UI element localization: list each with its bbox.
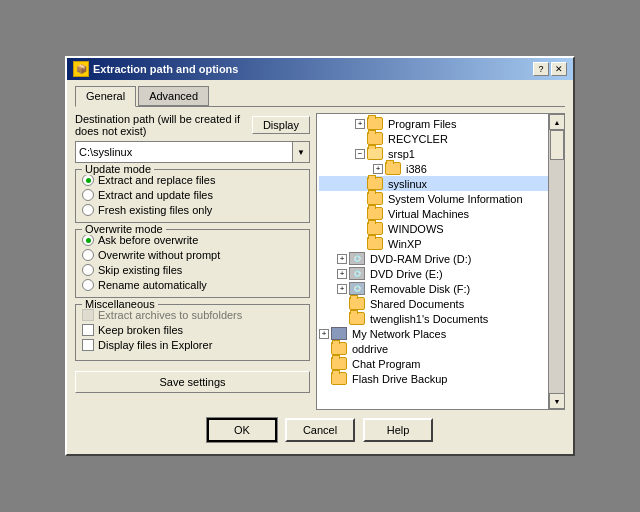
radio-without-prompt[interactable]: Overwrite without prompt <box>82 249 303 261</box>
tree-item[interactable]: +💿Removable Disk (F:) <box>319 281 562 296</box>
tree-expander[interactable]: + <box>337 254 347 264</box>
tree-item[interactable]: Virtual Machines <box>319 206 562 221</box>
close-title-btn[interactable]: ✕ <box>551 62 567 76</box>
help-title-btn[interactable]: ? <box>533 62 549 76</box>
tree-item[interactable]: +💿DVD Drive (E:) <box>319 266 562 281</box>
scroll-thumb[interactable] <box>550 130 564 160</box>
title-bar: 📦 Extraction path and options ? ✕ <box>67 58 573 80</box>
title-buttons: ? ✕ <box>533 62 567 76</box>
tree-expander[interactable]: − <box>355 149 365 159</box>
checkbox-keep-broken[interactable]: Keep broken files <box>82 324 303 336</box>
overwrite-mode-group: Overwrite mode Ask before overwrite Over… <box>75 229 310 298</box>
save-settings-button[interactable]: Save settings <box>75 371 310 393</box>
path-input[interactable] <box>75 141 292 163</box>
folder-icon <box>331 372 347 385</box>
drive-icon: 💿 <box>349 252 365 265</box>
tree-expander[interactable]: + <box>373 164 383 174</box>
tree-item-label: Program Files <box>388 118 456 130</box>
tree-item-label: My Network Places <box>352 328 446 340</box>
radio-rename-label: Rename automatically <box>98 279 207 291</box>
tree-expander[interactable]: + <box>319 329 329 339</box>
radio-without-prompt-label: Overwrite without prompt <box>98 249 220 261</box>
left-panel: Destination path (will be created if doe… <box>75 113 310 410</box>
tree-item[interactable]: RECYCLER <box>319 131 562 146</box>
dialog-icon: 📦 <box>73 61 89 77</box>
folder-icon <box>367 207 383 220</box>
tree-item[interactable]: syslinux <box>319 176 562 191</box>
radio-skip[interactable]: Skip existing files <box>82 264 303 276</box>
destination-row: Destination path (will be created if doe… <box>75 113 310 137</box>
tree-item-label: DVD-RAM Drive (D:) <box>370 253 471 265</box>
folder-icon <box>367 132 383 145</box>
checkbox-keep-broken-label: Keep broken files <box>98 324 183 336</box>
tree-item[interactable]: WinXP <box>319 236 562 251</box>
destination-label: Destination path (will be created if doe… <box>75 113 252 137</box>
radio-rename[interactable]: Rename automatically <box>82 279 303 291</box>
tab-advanced[interactable]: Advanced <box>138 86 209 106</box>
radio-extract-update-indicator <box>82 189 94 201</box>
tree-item[interactable]: System Volume Information <box>319 191 562 206</box>
tree-expander[interactable]: + <box>355 119 365 129</box>
scrollbar-vertical[interactable]: ▲ ▼ <box>548 114 564 409</box>
folder-icon <box>367 117 383 130</box>
radio-fresh-only-label: Fresh existing files only <box>98 204 212 216</box>
right-panel: +Program FilesRECYCLER−srsp1+i386syslinu… <box>316 113 565 410</box>
folder-icon <box>367 177 383 190</box>
tree-item-label: srsp1 <box>388 148 415 160</box>
tree-item-label: Shared Documents <box>370 298 464 310</box>
radio-extract-replace[interactable]: Extract and replace files <box>82 174 303 186</box>
tree-item[interactable]: WINDOWS <box>319 221 562 236</box>
folder-icon <box>367 222 383 235</box>
radio-extract-replace-indicator <box>82 174 94 186</box>
tree-item-label: syslinux <box>388 178 427 190</box>
tree-view[interactable]: +Program FilesRECYCLER−srsp1+i386syslinu… <box>317 114 564 409</box>
display-button[interactable]: Display <box>252 116 310 134</box>
radio-skip-indicator <box>82 264 94 276</box>
tree-item[interactable]: +💿DVD-RAM Drive (D:) <box>319 251 562 266</box>
path-combo: ▼ <box>75 141 310 163</box>
folder-icon <box>331 357 347 370</box>
tree-item-label: DVD Drive (E:) <box>370 268 443 280</box>
tree-item[interactable]: +i386 <box>319 161 562 176</box>
folder-icon <box>367 192 383 205</box>
tree-item[interactable]: twenglish1's Documents <box>319 311 562 326</box>
radio-extract-update[interactable]: Extract and update files <box>82 189 303 201</box>
tree-item-label: Virtual Machines <box>388 208 469 220</box>
checkbox-extract-subfolders[interactable]: Extract archives to subfolders <box>82 309 303 321</box>
checkbox-display-explorer[interactable]: Display files in Explorer <box>82 339 303 351</box>
update-mode-group: Update mode Extract and replace files Ex… <box>75 169 310 223</box>
path-dropdown-btn[interactable]: ▼ <box>292 141 310 163</box>
tree-expander[interactable]: + <box>337 269 347 279</box>
folder-icon <box>349 312 365 325</box>
ok-button[interactable]: OK <box>207 418 277 442</box>
tree-item[interactable]: oddrive <box>319 341 562 356</box>
tree-item-label: Flash Drive Backup <box>352 373 447 385</box>
drive-icon: 💿 <box>349 267 365 280</box>
tree-item[interactable]: Shared Documents <box>319 296 562 311</box>
radio-ask-indicator <box>82 234 94 246</box>
tree-item[interactable]: +My Network Places <box>319 326 562 341</box>
tree-item[interactable]: Chat Program <box>319 356 562 371</box>
radio-extract-replace-label: Extract and replace files <box>98 174 215 186</box>
radio-ask[interactable]: Ask before overwrite <box>82 234 303 246</box>
radio-fresh-only[interactable]: Fresh existing files only <box>82 204 303 216</box>
network-icon <box>331 327 347 340</box>
folder-icon <box>349 297 365 310</box>
cancel-button[interactable]: Cancel <box>285 418 355 442</box>
radio-extract-update-label: Extract and update files <box>98 189 213 201</box>
tree-item-label: WINDOWS <box>388 223 444 235</box>
folder-icon <box>331 342 347 355</box>
folder-icon <box>367 237 383 250</box>
tree-item[interactable]: +Program Files <box>319 116 562 131</box>
scroll-track <box>549 130 564 393</box>
tab-general[interactable]: General <box>75 86 136 107</box>
scroll-down-btn[interactable]: ▼ <box>549 393 565 409</box>
scroll-up-btn[interactable]: ▲ <box>549 114 565 130</box>
radio-ask-label: Ask before overwrite <box>98 234 198 246</box>
tree-item[interactable]: −srsp1 <box>319 146 562 161</box>
tree-item[interactable]: Flash Drive Backup <box>319 371 562 386</box>
tree-item-label: Removable Disk (F:) <box>370 283 470 295</box>
dialog-title: Extraction path and options <box>93 63 238 75</box>
tree-expander[interactable]: + <box>337 284 347 294</box>
help-button[interactable]: Help <box>363 418 433 442</box>
